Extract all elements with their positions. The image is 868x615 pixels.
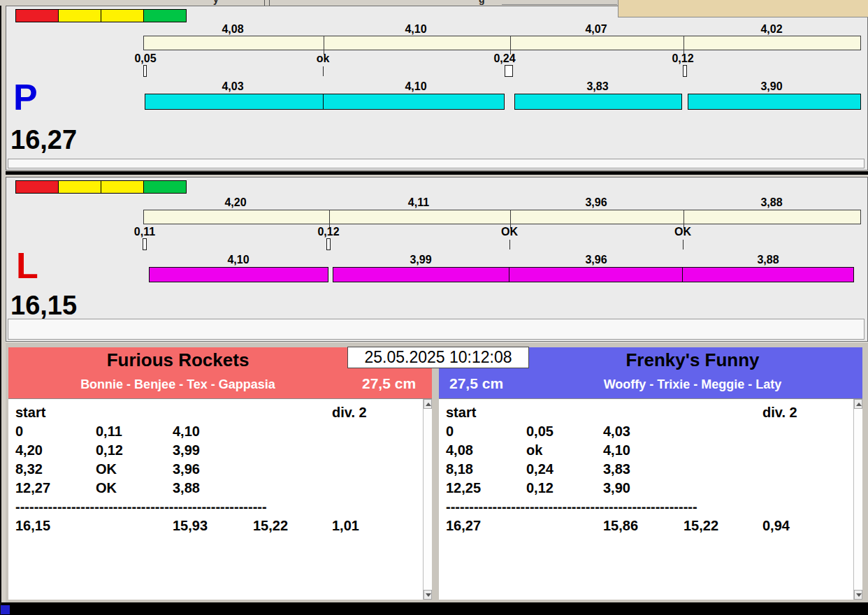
table-cell: 4,20 — [15, 442, 43, 458]
upper-split-bar — [143, 36, 861, 50]
jump-height: 27,5 cm — [449, 375, 503, 392]
pass-gap-marker — [326, 238, 331, 250]
table-cell: 0 — [446, 424, 454, 440]
table-cell: 3,88 — [173, 480, 200, 496]
table-scrollbar[interactable] — [423, 399, 432, 600]
upper-split-bar — [143, 210, 861, 224]
pass-time-label: 0,24 — [477, 52, 533, 65]
table-row: 4,08 ok 4,10 — [439, 442, 862, 461]
table-cell: 3,96 — [173, 461, 200, 477]
table-cell: 3,83 — [603, 461, 630, 477]
pass-gap-marker — [143, 238, 147, 250]
upper-split-label: 3,96 — [561, 196, 631, 209]
upper-split-label: 4,07 — [561, 23, 631, 36]
table-cell: 4,08 — [446, 442, 473, 458]
lower-split-label: 4,10 — [381, 80, 451, 93]
table-cell: 4,10 — [603, 442, 630, 458]
table-header-row: start div. 2 — [8, 405, 432, 424]
light-red-icon — [15, 180, 59, 194]
table-cell: 8,32 — [15, 461, 43, 477]
team-name: Frenky's Funny — [523, 349, 862, 371]
lower-split-label: 3,83 — [563, 80, 632, 93]
table-body: start div. 2 0 0,11 4,10 4,20 0,12 3,99 … — [8, 399, 432, 537]
pass-ok-tick — [509, 240, 510, 249]
lower-split-label: 4,10 — [203, 254, 273, 266]
table-cell: 15,93 — [173, 518, 208, 534]
start-lights — [15, 180, 186, 194]
col-start-label: start — [15, 405, 45, 421]
table-row: 0 0,05 4,03 — [439, 424, 862, 442]
table-cell: 0,94 — [762, 518, 790, 534]
table-cell: 3,99 — [173, 442, 200, 458]
tab-fragment[interactable]: y — [213, 0, 219, 5]
pass-ok-tick — [323, 66, 324, 76]
team-roster: Wooffy - Trixie - Meggie - Laty — [523, 377, 862, 392]
window-left-edge — [0, 6, 1, 615]
table-cell: 0,11 — [96, 424, 122, 440]
run-bar-segment — [682, 267, 854, 282]
table-cell: 0,05 — [526, 424, 554, 440]
lane-letter: P — [13, 79, 38, 115]
table-cell: 15,86 — [603, 518, 638, 534]
pass-time-label: ok — [295, 52, 351, 65]
separator-line: ----------------------------------------… — [15, 499, 267, 515]
timestamp-box: 25.05.2025 10:12:08 — [347, 347, 529, 368]
pass-gap-marker — [683, 65, 687, 77]
scroll-down-button[interactable] — [854, 590, 862, 600]
table-cell: 12,27 — [15, 480, 50, 496]
lane-panel-l: 4,20 4,11 3,96 3,88 0,11 0,12 OK OK 4,10… — [6, 177, 868, 342]
lower-split-label: 3,90 — [737, 80, 806, 93]
result-table-right: start div. 2 0 0,05 4,03 4,08 ok 4,10 8,… — [439, 398, 862, 600]
scroll-up-button[interactable] — [854, 399, 862, 409]
table-cell: 4,03 — [603, 424, 630, 440]
table-totals-row: 16,27 15,86 15,22 0,94 — [439, 518, 862, 537]
table-cell: 0,12 — [526, 480, 554, 496]
lane-panel-p: 4,08 4,10 4,07 4,02 0,05 ok 0,24 0,12 4,… — [6, 6, 868, 171]
run-bar-segment — [145, 94, 324, 110]
table-separator-row: ----------------------------------------… — [8, 499, 432, 518]
table-separator-row: ----------------------------------------… — [439, 499, 862, 518]
table-cell: OK — [96, 480, 117, 496]
total-time: 16,27 — [446, 518, 481, 534]
result-table-left: start div. 2 0 0,11 4,10 4,20 0,12 3,99 … — [8, 398, 432, 600]
lower-split-label: 3,96 — [561, 254, 631, 266]
run-bar-segment — [333, 267, 509, 282]
toolbar-edge-line — [502, 4, 617, 5]
light-yellow-icon — [101, 9, 144, 22]
division-label: div. 2 — [332, 405, 367, 421]
jump-height: 27,5 cm — [362, 375, 416, 392]
lane-footer-strip — [8, 319, 865, 340]
scroll-up-button[interactable] — [424, 399, 432, 409]
table-cell: 15,22 — [253, 518, 288, 534]
table-scrollbar[interactable] — [853, 399, 862, 600]
toolbar-divider — [264, 0, 265, 6]
table-cell: OK — [96, 461, 117, 477]
table-cell: 4,10 — [173, 424, 200, 440]
table-body: start div. 2 0 0,05 4,03 4,08 ok 4,10 8,… — [439, 399, 862, 537]
run-bar-segment — [688, 94, 861, 110]
scroll-down-button[interactable] — [424, 590, 432, 600]
tab-fragment[interactable]: g — [479, 0, 485, 5]
lower-split-label: 3,99 — [386, 254, 456, 266]
table-cell: 1,01 — [332, 518, 359, 534]
pass-time-label: 0,05 — [117, 52, 173, 65]
pass-gap-marker — [505, 65, 513, 77]
run-bar-segment — [509, 267, 683, 282]
upper-split-label: 4,02 — [737, 23, 806, 36]
pass-time-label: 0,12 — [655, 52, 711, 65]
upper-split-label: 4,10 — [381, 23, 451, 36]
table-row: 8,18 0,24 3,83 — [439, 461, 862, 480]
upper-split-label: 4,20 — [201, 196, 270, 209]
run-bar-segment — [149, 267, 328, 282]
bottom-status-bar — [0, 602, 868, 615]
pass-time-label: 0,12 — [301, 226, 356, 238]
table-cell: 15,22 — [683, 518, 718, 534]
pass-ok-tick — [683, 240, 683, 249]
table-cell: 8,18 — [446, 461, 473, 477]
overlapping-window-corner — [618, 0, 868, 17]
table-cell: 12,25 — [446, 480, 481, 496]
run-bar-segment — [514, 94, 682, 110]
lower-split-label: 3,88 — [733, 254, 803, 266]
col-start-label: start — [446, 405, 476, 421]
table-cell: 0,24 — [526, 461, 554, 477]
